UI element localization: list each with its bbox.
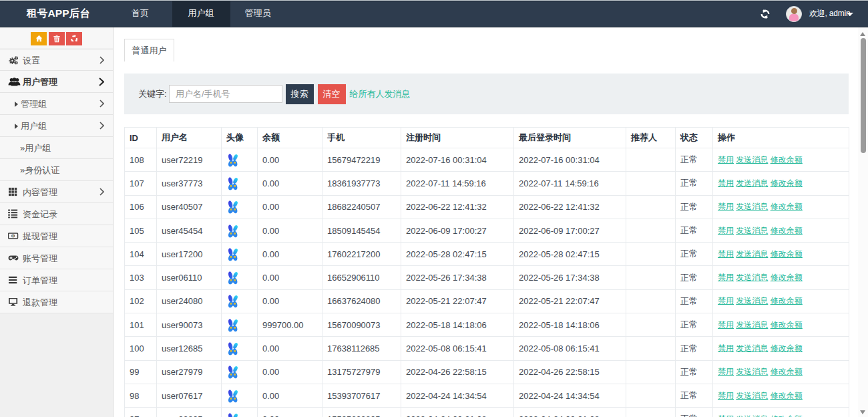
svg-text:0: 0 (12, 234, 14, 238)
